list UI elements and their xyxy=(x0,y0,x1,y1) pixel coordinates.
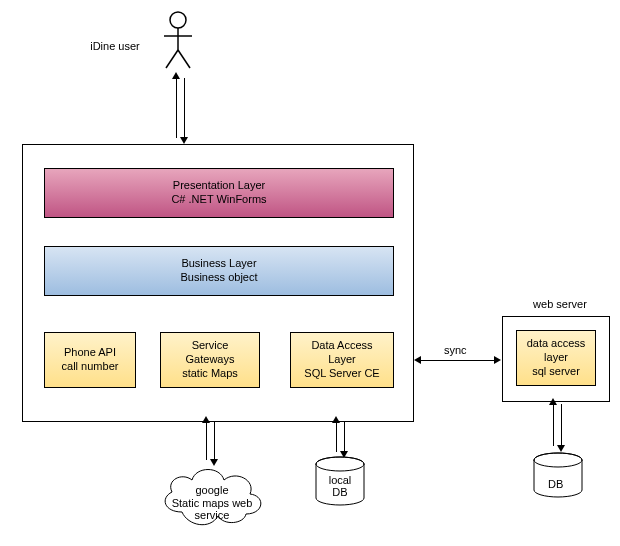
user-label: iDine user xyxy=(80,40,150,52)
local-db-l1: local xyxy=(326,474,354,486)
da-l2: Layer xyxy=(328,353,356,367)
service-gw-l2: Gateways xyxy=(186,353,235,367)
cloud-l3: service xyxy=(162,509,262,522)
remote-db-icon xyxy=(530,452,586,500)
svg-point-0 xyxy=(170,12,186,28)
wda-l3: sql server xyxy=(532,365,580,379)
user-icon xyxy=(158,10,198,72)
web-data-access-box: data access layer sql server xyxy=(516,330,596,386)
wda-l1: data access xyxy=(527,337,586,351)
svg-line-4 xyxy=(178,50,190,68)
presentation-layer: Presentation Layer C# .NET WinForms xyxy=(44,168,394,218)
presentation-sub: C# .NET WinForms xyxy=(171,193,266,207)
web-server-label: web server xyxy=(520,298,600,310)
local-db-l2: DB xyxy=(326,486,354,498)
sync-label: sync xyxy=(444,344,467,356)
service-gateways-box: Service Gateways static Maps xyxy=(160,332,260,388)
svg-line-3 xyxy=(166,50,178,68)
business-layer: Business Layer Business object xyxy=(44,246,394,296)
cloud-l2: Static maps web xyxy=(162,497,262,510)
service-gw-l3: static Maps xyxy=(182,367,238,381)
business-title: Business Layer xyxy=(181,257,256,271)
service-gw-l1: Service xyxy=(192,339,229,353)
wda-l2: layer xyxy=(544,351,568,365)
presentation-title: Presentation Layer xyxy=(173,179,265,193)
data-access-box: Data Access Layer SQL Server CE xyxy=(290,332,394,388)
business-sub: Business object xyxy=(180,271,257,285)
phone-api-l2: call number xyxy=(62,360,119,374)
cloud-text: google Static maps web service xyxy=(162,484,262,522)
phone-api-l1: Phone API xyxy=(64,346,116,360)
local-db-label: local DB xyxy=(326,474,354,498)
da-l3: SQL Server CE xyxy=(304,367,379,381)
cloud-l1: google xyxy=(162,484,262,497)
phone-api-box: Phone API call number xyxy=(44,332,136,388)
remote-db-label: DB xyxy=(548,478,563,490)
da-l1: Data Access xyxy=(311,339,372,353)
